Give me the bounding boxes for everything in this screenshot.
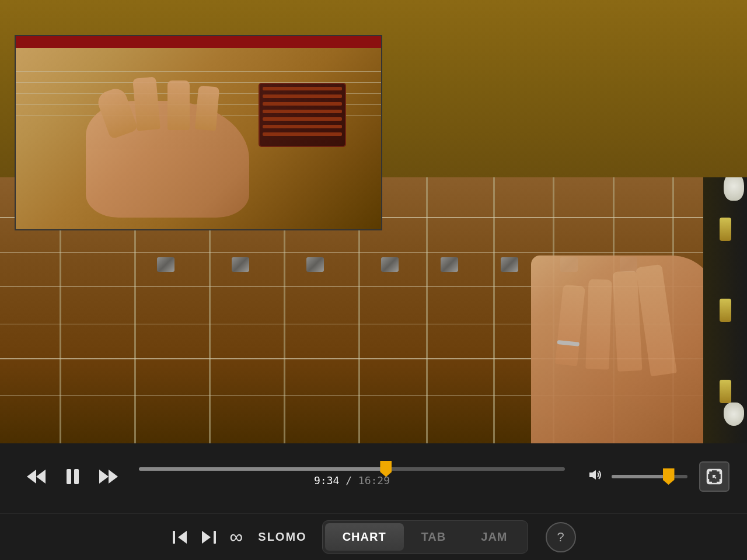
finger-2 [613, 271, 643, 372]
ring [557, 340, 580, 346]
volume-track[interactable] [612, 475, 687, 478]
mode-selector: CHART TAB JAM [322, 520, 528, 554]
fret-inlay [501, 257, 518, 272]
nav-to-start-button[interactable] [171, 528, 189, 546]
mode-tab-button[interactable]: TAB [404, 523, 464, 551]
svg-rect-3 [173, 531, 175, 544]
nav-start-icon [171, 528, 189, 546]
progress-bar-container: 9:34 / 16:29 [139, 467, 565, 487]
help-icon: ? [557, 530, 564, 545]
time-current: 9:34 [314, 474, 339, 487]
fret-inlay [232, 257, 249, 272]
playback-controls: 9:34 / 16:29 [18, 461, 729, 492]
svg-marker-4 [178, 531, 187, 544]
fullscreen-button[interactable] [699, 461, 729, 492]
loop-icon: ∞ [229, 526, 243, 548]
time-separator: / [339, 474, 358, 487]
volume-fill [612, 475, 669, 478]
fret-inlay [381, 257, 399, 272]
fret-inlay [306, 257, 324, 272]
rewind-icon [27, 470, 46, 484]
forward-icon [99, 470, 118, 484]
pip-finger [132, 76, 160, 131]
nut-knob-bottom [724, 402, 744, 426]
tuner [720, 218, 731, 241]
fret-inlay [157, 257, 174, 272]
pip-pickup [259, 83, 346, 147]
help-button[interactable]: ? [546, 522, 576, 552]
nut-knob [724, 177, 744, 201]
string-line [0, 252, 747, 253]
app-container: 9:34 / 16:29 [0, 0, 747, 560]
video-area [0, 0, 747, 443]
volume-thumb[interactable] [663, 468, 675, 485]
svg-marker-6 [202, 531, 211, 544]
main-video [0, 0, 747, 443]
fret-inlay [441, 257, 458, 272]
pip-finger [167, 80, 190, 130]
controls-bar: 9:34 / 16:29 [0, 443, 747, 513]
mode-chart-button[interactable]: CHART [325, 523, 404, 551]
pip-content [16, 36, 381, 229]
red-shirt-detail [16, 36, 381, 48]
slomo-button[interactable]: SLOMO [254, 527, 310, 547]
svg-rect-5 [214, 531, 216, 544]
finger-1 [636, 264, 677, 377]
pause-icon [67, 469, 79, 484]
pause-button[interactable] [55, 464, 90, 489]
progress-track[interactable] [139, 467, 565, 471]
bottom-controls: ∞ SLOMO CHART TAB JAM ? [0, 513, 747, 560]
fretting-hand [531, 256, 718, 443]
guitar-headstock [703, 177, 747, 443]
finger-3 [585, 279, 612, 369]
slomo-label: SLOMO [258, 530, 306, 544]
finger-4 [555, 285, 585, 366]
mode-jam-button[interactable]: JAM [463, 523, 525, 551]
time-display: 9:34 / 16:29 [139, 474, 565, 487]
volume-container [588, 468, 687, 485]
svg-marker-0 [589, 470, 596, 480]
forward-button[interactable] [90, 465, 127, 488]
volume-icon [588, 468, 605, 485]
tuner [720, 299, 731, 322]
progress-fill [139, 467, 386, 471]
pip-picking-hand [86, 101, 249, 218]
rewind-button[interactable] [18, 465, 55, 488]
tuner [720, 380, 731, 403]
loop-button[interactable]: ∞ [229, 526, 243, 548]
nav-to-end-button[interactable] [200, 528, 218, 546]
pip-finger [195, 86, 219, 131]
fullscreen-icon [706, 468, 722, 485]
pip-video [15, 35, 382, 230]
nav-end-icon [200, 528, 218, 546]
